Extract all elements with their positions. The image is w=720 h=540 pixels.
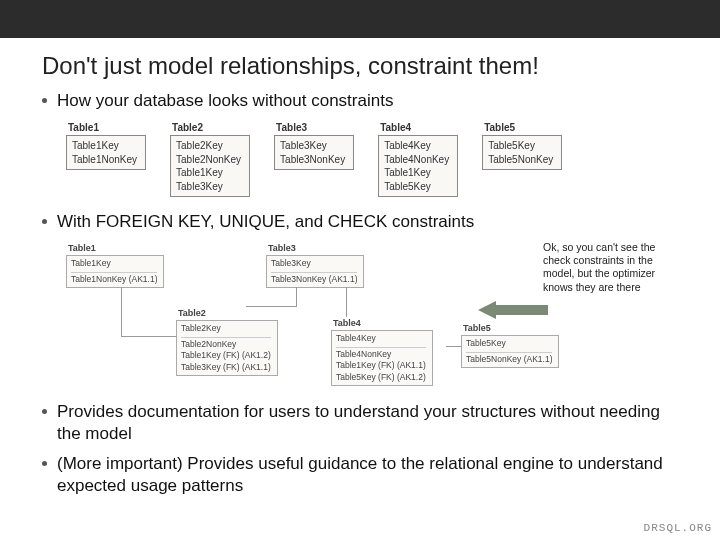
d2-table2-col2: Table1Key (FK) (AK1.2) — [181, 350, 271, 361]
rel-line — [346, 287, 347, 317]
d2-table4-col3: Table5Key (FK) (AK1.2) — [336, 372, 426, 383]
table2-col1: Table2NonKey — [176, 153, 241, 167]
table1: Table1 Table1Key Table1NonKey — [66, 120, 146, 197]
bullet-dot — [42, 461, 47, 466]
bullet-2: With FOREIGN KEY, UNIQUE, and CHECK cons… — [42, 211, 678, 233]
d2-table5-col0: Table5Key — [466, 338, 552, 349]
table3: Table3 Table3Key Table3NonKey — [274, 120, 354, 197]
table3-col0: Table3Key — [280, 139, 345, 153]
d2-table2-name: Table2 — [176, 306, 278, 320]
d2-table3-col0: Table3Key — [271, 258, 357, 269]
d2-table2-col0: Table2Key — [181, 323, 271, 334]
table2-col0: Table2Key — [176, 139, 241, 153]
table5-col0: Table5Key — [488, 139, 553, 153]
d2-table2-col1: Table2NonKey — [181, 339, 271, 350]
table2-col2: Table1Key — [176, 166, 241, 180]
table5-col1: Table5NonKey — [488, 153, 553, 167]
table4-col1: Table4NonKey — [384, 153, 449, 167]
diagram-without-constraints: Table1 Table1Key Table1NonKey Table2 Tab… — [66, 120, 678, 197]
bullet-1: How your database looks without constrai… — [42, 90, 678, 112]
d2-table4-col0: Table4Key — [336, 333, 426, 344]
bullet-1-text: How your database looks without constrai… — [57, 90, 393, 112]
table2-col3: Table3Key — [176, 180, 241, 194]
rel-line — [121, 336, 176, 337]
arrow-left-icon — [478, 301, 548, 319]
table3-col1: Table3NonKey — [280, 153, 345, 167]
d2-table1-col1: Table1NonKey (AK1.1) — [71, 274, 157, 285]
d2-table5-name: Table5 — [461, 321, 559, 335]
bullet-4-text: (More important) Provides useful guidanc… — [57, 453, 678, 497]
slide-title: Don't just model relationships, constrai… — [42, 52, 678, 80]
footer-watermark: DRSQL.ORG — [644, 522, 712, 534]
table5: Table5 Table5Key Table5NonKey — [482, 120, 562, 197]
d2-table5-col1: Table5NonKey (AK1.1) — [466, 354, 552, 365]
rel-line — [446, 346, 461, 347]
table1-col0: Table1Key — [72, 139, 137, 153]
d2-table4-name: Table4 — [331, 316, 433, 330]
d2-table4-col1: Table4NonKey — [336, 349, 426, 360]
rel-line — [246, 306, 296, 307]
table4-col0: Table4Key — [384, 139, 449, 153]
table4-col2: Table1Key — [384, 166, 449, 180]
d2-table4: Table4 Table4Key Table4NonKey Table1Key … — [331, 316, 433, 386]
table4-col3: Table5Key — [384, 180, 449, 194]
bullet-dot — [42, 98, 47, 103]
table4: Table4 Table4Key Table4NonKey Table1Key … — [378, 120, 458, 197]
table4-name: Table4 — [378, 120, 458, 135]
rel-line — [296, 287, 297, 307]
d2-table5: Table5 Table5Key Table5NonKey (AK1.1) — [461, 321, 559, 368]
slide-content: Don't just model relationships, constrai… — [0, 38, 720, 498]
diagram-with-constraints: Table1 Table1Key Table1NonKey (AK1.1) Ta… — [66, 241, 678, 391]
rel-line — [121, 287, 122, 337]
title-bar — [0, 0, 720, 38]
callout-note: Ok, so you can't see the check constrain… — [543, 241, 678, 294]
d2-table2: Table2 Table2Key Table2NonKey Table1Key … — [176, 306, 278, 376]
table1-name: Table1 — [66, 120, 146, 135]
table2: Table2 Table2Key Table2NonKey Table1Key … — [170, 120, 250, 197]
d2-table1-col0: Table1Key — [71, 258, 157, 269]
table2-name: Table2 — [170, 120, 250, 135]
bullet-dot — [42, 219, 47, 224]
bullet-4: (More important) Provides useful guidanc… — [42, 453, 678, 497]
d2-table2-col3: Table3Key (FK) (AK1.1) — [181, 362, 271, 373]
bullet-dot — [42, 409, 47, 414]
d2-table3: Table3 Table3Key Table3NonKey (AK1.1) — [266, 241, 364, 288]
d2-table4-col2: Table1Key (FK) (AK1.1) — [336, 360, 426, 371]
bullet-3: Provides documentation for users to unde… — [42, 401, 678, 445]
table1-col1: Table1NonKey — [72, 153, 137, 167]
d2-table3-col1: Table3NonKey (AK1.1) — [271, 274, 357, 285]
table5-name: Table5 — [482, 120, 562, 135]
table3-name: Table3 — [274, 120, 354, 135]
bullet-3-text: Provides documentation for users to unde… — [57, 401, 678, 445]
d2-table3-name: Table3 — [266, 241, 364, 255]
d2-table1-name: Table1 — [66, 241, 164, 255]
d2-table1: Table1 Table1Key Table1NonKey (AK1.1) — [66, 241, 164, 288]
bullet-2-text: With FOREIGN KEY, UNIQUE, and CHECK cons… — [57, 211, 474, 233]
